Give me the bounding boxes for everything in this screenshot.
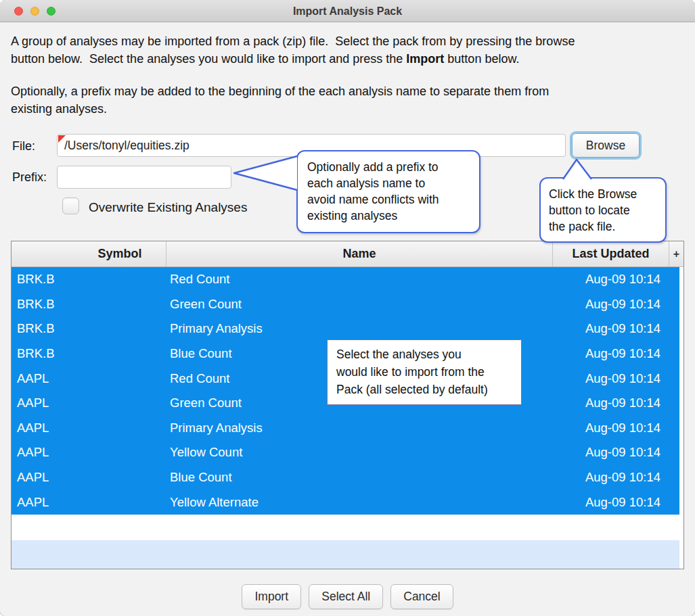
empty-row [12,515,679,540]
cell-symbol: AAPL [12,470,166,485]
cell-symbol: BRK.B [12,321,166,336]
cell-last-updated: Aug-09 10:14 [544,272,679,287]
cell-name: Primary Analysis [166,421,544,435]
file-label: File: [12,139,35,153]
cell-symbol: BRK.B [12,297,166,312]
add-column-button[interactable]: + [669,241,683,266]
cell-name: Primary Analysis [166,321,544,336]
cell-last-updated: Aug-09 10:14 [544,495,679,510]
table-row[interactable]: AAPL Blue Count Aug-09 10:14 [12,465,679,490]
cell-symbol: AAPL [12,421,166,435]
cell-name: Yellow Count [166,445,544,460]
cell-symbol: AAPL [12,371,166,386]
table-header: Symbol Name Last Updated + [12,241,683,267]
table-row[interactable]: AAPL Yellow Count Aug-09 10:14 [12,440,679,465]
cell-last-updated: Aug-09 10:14 [544,421,679,435]
table-row[interactable]: AAPL Yellow Alternate Aug-09 10:14 [12,490,679,515]
browse-button[interactable]: Browse [572,133,640,158]
zoom-button[interactable] [47,7,55,16]
overwrite-checkbox-label: Overwrite Existing Analyses [89,200,247,215]
intro-text-bold-import: Import [406,52,444,66]
browse-callout: Click the Browse button to locate the pa… [539,177,667,243]
cell-symbol: AAPL [12,495,166,510]
select-all-button[interactable]: Select All [309,584,383,609]
prefix-note-text: Optionally, a prefix may be added to the… [11,82,689,118]
column-header-name[interactable]: Name [166,241,553,266]
table-callout: Select the analyses you would like to im… [327,339,522,405]
overwrite-checkbox[interactable] [62,197,79,214]
column-header-symbol[interactable]: Symbol [12,241,166,266]
cell-name: Green Count [166,297,544,312]
cancel-button[interactable]: Cancel [390,584,453,609]
import-button[interactable]: Import [242,584,301,609]
action-button-row: Import Select All Cancel [0,584,695,609]
cell-symbol: AAPL [12,445,166,460]
cell-symbol: AAPL [12,396,166,410]
cell-name: Yellow Alternate [166,495,544,510]
cell-symbol: BRK.B [12,346,166,361]
browse-callout-tail-icon [560,158,595,181]
import-analysis-pack-dialog: Import Analysis Pack A group of analyses… [0,0,695,616]
window-title: Import Analysis Pack [0,0,695,22]
cell-last-updated: Aug-09 10:14 [544,445,679,460]
prefix-label: Prefix: [12,170,47,185]
cell-last-updated: Aug-09 10:14 [544,371,679,386]
titlebar: Import Analysis Pack [0,0,695,22]
cell-last-updated: Aug-09 10:14 [544,396,679,410]
table-row[interactable]: AAPL Primary Analysis Aug-09 10:14 [12,416,679,441]
table-body: BRK.B Red Count Aug-09 10:14 BRK.B Green… [12,267,683,569]
table-bottom-strip [12,540,679,569]
required-marker-icon [58,135,66,143]
cell-last-updated: Aug-09 10:14 [544,297,679,312]
minimize-button[interactable] [30,7,39,16]
close-button[interactable] [14,7,23,16]
cell-symbol: BRK.B [12,272,166,287]
prefix-callout-tail-icon [231,154,299,192]
analyses-table: Symbol Name Last Updated + BRK.B Red Cou… [11,241,684,569]
table-row[interactable]: BRK.B Red Count Aug-09 10:14 [12,267,679,292]
column-header-last-updated[interactable]: Last Updated [553,241,669,266]
prefix-input[interactable] [57,166,231,189]
intro-text-part2: button below. [444,52,519,66]
intro-text: A group of analyses may be imported from… [11,32,689,68]
cell-name: Blue Count [166,470,544,485]
cell-last-updated: Aug-09 10:14 [544,321,679,336]
table-row[interactable]: BRK.B Green Count Aug-09 10:14 [12,292,679,317]
table-row[interactable]: BRK.B Primary Analysis Aug-09 10:14 [12,316,679,341]
cell-name: Red Count [166,272,544,287]
cell-last-updated: Aug-09 10:14 [544,346,679,361]
cell-last-updated: Aug-09 10:14 [544,470,679,485]
prefix-callout: Optionally add a prefix to each analysis… [296,150,480,233]
